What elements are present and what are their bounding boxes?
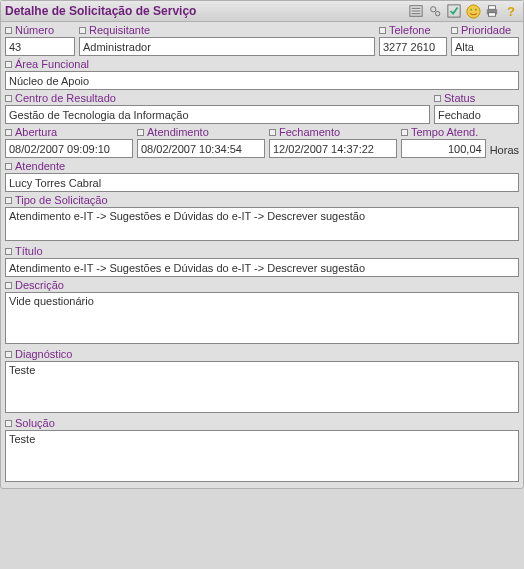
titulo-field[interactable] — [5, 258, 519, 277]
label-abertura: Abertura — [5, 126, 133, 138]
label-area-funcional: Área Funcional — [5, 58, 519, 70]
status-field[interactable] — [434, 105, 519, 124]
form-content: Número Requisitante Telefone Prioridade … — [1, 22, 523, 488]
tempo-unit: Horas — [490, 126, 519, 158]
svg-point-4 — [431, 7, 436, 12]
tempo-atend-field[interactable] — [401, 139, 486, 158]
label-status: Status — [434, 92, 519, 104]
print-icon[interactable] — [484, 3, 500, 19]
descricao-field[interactable] — [5, 292, 519, 344]
label-titulo: Título — [5, 245, 519, 257]
svg-point-7 — [466, 4, 479, 17]
label-prioridade: Prioridade — [451, 24, 519, 36]
label-requisitante: Requisitante — [79, 24, 375, 36]
title-bar-icons: ? — [408, 3, 519, 19]
solucao-field[interactable] — [5, 430, 519, 482]
label-numero: Número — [5, 24, 75, 36]
tipo-solicitacao-field[interactable] — [5, 207, 519, 241]
diagnostico-field[interactable] — [5, 361, 519, 413]
label-tipo-solicitacao: Tipo de Solicitação — [5, 194, 519, 206]
svg-point-8 — [470, 8, 472, 10]
fechamento-field[interactable] — [269, 139, 397, 158]
svg-point-5 — [435, 11, 439, 15]
area-funcional-field[interactable] — [5, 71, 519, 90]
window-title: Detalhe de Solicitação de Serviço — [5, 4, 196, 18]
centro-resultado-field[interactable] — [5, 105, 430, 124]
requisitante-field[interactable] — [79, 37, 375, 56]
label-tempo-atend: Tempo Atend. — [401, 126, 486, 138]
list-icon[interactable] — [408, 3, 424, 19]
label-solucao: Solução — [5, 417, 519, 429]
label-descricao: Descrição — [5, 279, 519, 291]
svg-rect-12 — [489, 13, 496, 17]
atendente-field[interactable] — [5, 173, 519, 192]
label-diagnostico: Diagnóstico — [5, 348, 519, 360]
prioridade-field[interactable] — [451, 37, 519, 56]
svg-point-9 — [474, 8, 476, 10]
check-icon[interactable] — [446, 3, 462, 19]
telefone-field[interactable] — [379, 37, 447, 56]
help-icon[interactable]: ? — [503, 3, 519, 19]
svg-rect-11 — [489, 6, 496, 10]
numero-field[interactable] — [5, 37, 75, 56]
service-request-detail-window: Detalhe de Solicitação de Serviço ? — [0, 0, 524, 489]
smiley-icon[interactable] — [465, 3, 481, 19]
label-atendente: Atendente — [5, 160, 519, 172]
label-centro-resultado: Centro de Resultado — [5, 92, 430, 104]
label-telefone: Telefone — [379, 24, 447, 36]
label-atendimento: Atendimento — [137, 126, 265, 138]
label-fechamento: Fechamento — [269, 126, 397, 138]
title-bar: Detalhe de Solicitação de Serviço ? — [1, 1, 523, 22]
abertura-field[interactable] — [5, 139, 133, 158]
gears-icon[interactable] — [427, 3, 443, 19]
atendimento-field[interactable] — [137, 139, 265, 158]
